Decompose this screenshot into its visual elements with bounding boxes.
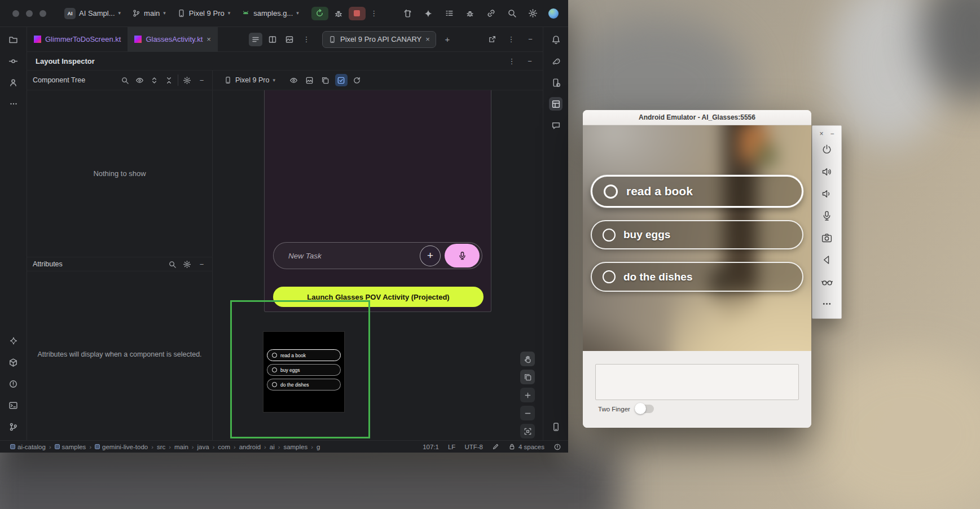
gemini-tool-button[interactable] [7,334,20,348]
voice-input-button[interactable] [445,244,480,267]
emulator-more-button[interactable] [816,293,838,315]
stop-button[interactable] [349,7,366,20]
tree-visibility-button[interactable] [134,74,146,86]
breadcrumb-item[interactable]: ai-catalog [10,444,46,450]
emulator-todo-item[interactable]: read a book [591,175,803,208]
close-window-button[interactable] [12,10,19,17]
two-finger-toggle[interactable] [636,405,654,413]
snapshot-layers-button[interactable] [319,74,332,86]
gemini-button[interactable] [420,6,436,21]
breadcrumb-item[interactable]: g [317,444,320,450]
rerun-button[interactable] [311,7,328,20]
refresh-button[interactable] [351,74,363,86]
bug-report-button[interactable] [462,6,478,21]
breadcrumb-item[interactable]: main [174,444,188,450]
emulator-back-button[interactable] [816,249,838,271]
zoom-window-button[interactable] [39,10,46,17]
emulator-volume-up-button[interactable] [816,161,838,183]
inspections-widget[interactable] [553,443,561,451]
emulator-todo-item[interactable]: do the dishes [591,262,803,292]
problems-tool-button[interactable] [7,377,20,390]
device-streaming-button[interactable] [399,6,415,21]
breadcrumb-item[interactable]: ai [270,444,275,450]
device-selector-widget[interactable]: Pixel 9 Pro ▾ [173,5,235,22]
new-task-input[interactable] [288,252,420,260]
breadcrumb-item[interactable]: java [197,444,209,450]
expand-all-button[interactable] [148,74,160,86]
column-mode-widget[interactable] [492,443,499,450]
gradle-tool-button[interactable] [549,54,562,68]
add-task-button[interactable]: + [420,245,441,266]
profile-button[interactable] [546,6,561,21]
more-tools-button[interactable] [7,97,20,111]
search-everywhere-button[interactable] [504,6,520,21]
tab-glimmertodoscreen[interactable]: GlimmerToDoScreen.kt [27,27,128,52]
emulator-camera-button[interactable] [816,227,838,249]
caret-position[interactable]: 107:1 [423,444,439,450]
emulator-volume-down-button[interactable] [816,183,838,205]
project-tool-button[interactable] [7,33,20,46]
vcs-branch-widget[interactable]: main ▾ [128,5,170,22]
emulator-todo-item[interactable]: buy eggs [591,220,803,249]
attributes-hide-button[interactable]: − [196,258,208,270]
editor-more-button[interactable]: ⋮ [300,33,313,46]
notifications-tool-button[interactable] [549,33,562,46]
collapse-all-button[interactable] [163,74,175,86]
design-view-button[interactable] [283,33,296,46]
attributes-search-button[interactable] [166,258,178,270]
tree-settings-button[interactable] [181,74,193,86]
close-tab-icon[interactable]: × [206,36,211,43]
hide-panel-button[interactable]: − [524,33,537,46]
breadcrumb-item[interactable]: android [239,444,261,450]
pan-tool-button[interactable] [520,352,535,366]
run-more-options-button[interactable]: ⋮ [368,7,380,20]
project-widget[interactable]: AI AI Sampl... ▾ [60,5,125,22]
version-control-tool-button[interactable] [7,420,20,433]
tree-search-button[interactable] [119,74,131,86]
running-devices-tool-button[interactable] [549,420,562,433]
layout-inspector-tool-button[interactable] [549,97,562,111]
run-config-widget[interactable]: samples.g... ▾ [237,5,304,22]
inspector-more-button[interactable]: ⋮ [506,55,518,67]
emulator-screen[interactable]: read a book buy eggs do the dishes [583,125,811,351]
code-view-button[interactable] [249,33,262,46]
indent-widget[interactable]: 4 spaces [508,443,544,450]
zoom-out-button[interactable] [520,406,535,420]
split-view-button[interactable] [266,33,279,46]
breadcrumb-item[interactable]: samples [283,444,307,450]
open-in-new-window-button[interactable] [485,33,499,46]
toolbar-close-button[interactable]: × [819,130,823,138]
settings-button[interactable] [525,6,540,21]
running-device-tab[interactable]: Pixel 9 Pro API CANARY × [322,31,436,48]
tree-hide-button[interactable]: − [196,74,208,86]
emulator-text-input[interactable] [595,364,799,400]
add-device-button[interactable]: + [441,33,454,46]
render-device-selector[interactable]: Pixel 9 Pro ▾ [221,74,279,86]
close-device-icon[interactable]: × [425,36,430,43]
device-render-canvas[interactable]: + Launch Glasses POV Activity (Projected… [213,90,543,440]
breadcrumb-item[interactable]: samples [55,444,86,450]
task-list-button[interactable] [441,6,457,21]
breadcrumb-item[interactable]: src [157,444,165,450]
live-updates-toggle[interactable] [335,74,348,86]
app-quality-insights-tool-button[interactable] [549,119,562,132]
emulator-glasses-button[interactable] [816,271,838,293]
attributes-settings-button[interactable] [181,258,193,270]
inspector-hide-button[interactable]: − [524,55,536,67]
breadcrumb-item[interactable]: gemini-live-todo [95,444,148,450]
minimize-window-button[interactable] [26,10,33,17]
emulator-mic-button[interactable] [816,205,838,227]
tab-glassesactivity[interactable]: GlassesActivity.kt × [128,27,217,52]
zoom-in-button[interactable] [520,388,535,402]
line-ending[interactable]: LF [448,444,455,450]
terminal-tool-button[interactable] [7,398,20,412]
new-task-field[interactable]: + [273,242,482,269]
zoom-fit-button[interactable] [520,424,535,438]
phone-screen-render[interactable]: + Launch Glasses POV Activity (Projected… [264,90,491,312]
export-screenshot-button[interactable] [304,74,316,86]
breadcrumb-item[interactable]: com [218,444,230,450]
services-tool-button[interactable] [7,356,20,369]
emulator-power-button[interactable] [816,139,838,161]
panel-more-button[interactable]: ⋮ [504,33,518,46]
emulator-titlebar[interactable]: Android Emulator - AI_Glasses:5556 [583,110,811,125]
